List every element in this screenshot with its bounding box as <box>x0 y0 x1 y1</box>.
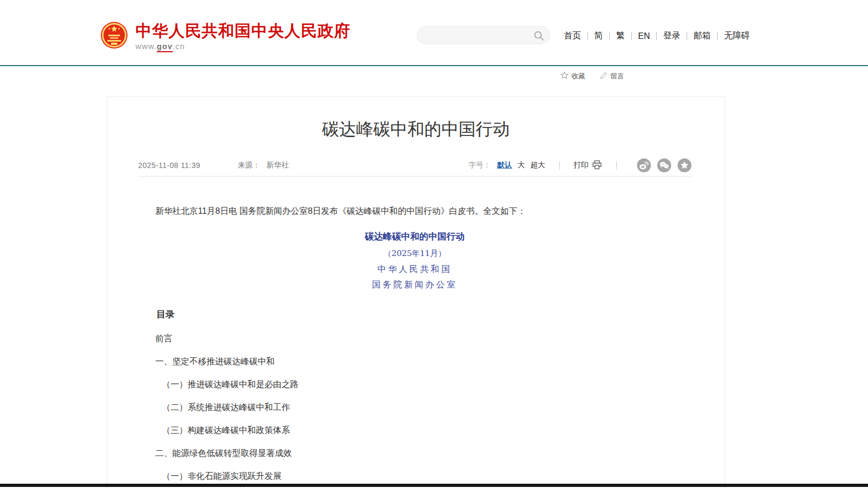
font-size-label: 字号： <box>468 161 491 170</box>
print-label: 打印 <box>574 161 588 170</box>
star-share-icon[interactable] <box>678 158 691 172</box>
message-button[interactable]: 留言 <box>600 71 624 81</box>
message-label: 留言 <box>610 71 624 81</box>
nav-accessibility[interactable]: 无障碍 <box>718 30 756 42</box>
site-logo[interactable]: 中华人民共和国中央人民政府 www.gov.cn <box>100 20 351 51</box>
font-size-large[interactable]: 大 <box>517 161 525 170</box>
nav-traditional[interactable]: 繁 <box>610 30 631 42</box>
article-card: 碳达峰碳中和的中国行动 2025-11-08 11:39 来源： 新华社 字号：… <box>107 96 725 488</box>
toc-item: （三）构建碳达峰碳中和政策体系 <box>138 425 691 436</box>
site-url: www.gov.cn <box>136 42 351 51</box>
nav-english[interactable]: EN <box>632 31 656 41</box>
pencil-icon <box>600 71 608 81</box>
favorite-label: 收藏 <box>571 71 585 81</box>
search-icon[interactable] <box>533 30 544 43</box>
toc-item: 二、能源绿色低碳转型取得显著成效 <box>138 448 691 459</box>
article-intro: 新华社北京11月8日电 国务院新闻办公室8日发布《碳达峰碳中和的中国行动》白皮书… <box>138 204 691 218</box>
toc-item: （一）非化石能源实现跃升发展 <box>138 471 691 482</box>
site-header: 中华人民共和国中央人民政府 www.gov.cn 首页 简 繁 EN 登录 邮箱… <box>0 0 868 66</box>
font-size-default[interactable]: 默认 <box>497 161 512 170</box>
article-title: 碳达峰碳中和的中国行动 <box>107 97 724 140</box>
nav-mail[interactable]: 邮箱 <box>687 30 717 42</box>
meta-divider <box>138 176 691 177</box>
wechat-icon[interactable] <box>657 158 671 172</box>
nav-login[interactable]: 登录 <box>657 30 687 42</box>
top-nav: 首页 简 繁 EN 登录 邮箱 无障碍 <box>558 30 756 42</box>
print-button[interactable]: 打印 <box>574 159 602 172</box>
toc-item: 前言 <box>138 333 691 344</box>
search-box <box>417 26 550 44</box>
doc-date-line: （2025年11月） <box>138 247 691 259</box>
article-body: 新华社北京11月8日电 国务院新闻办公室8日发布《碳达峰碳中和的中国行动》白皮书… <box>138 204 691 482</box>
site-url-cn: .cn <box>173 42 185 51</box>
article-meta-right: 字号： 默认 大 超大 打印 <box>468 158 691 172</box>
favorite-button[interactable]: 收藏 <box>560 71 585 81</box>
printer-icon <box>592 159 602 172</box>
article-date: 2025-11-08 11:39 <box>138 161 200 170</box>
nav-simplified[interactable]: 简 <box>588 30 609 42</box>
toc-item: 一、坚定不移推进碳达峰碳中和 <box>138 356 691 367</box>
article-meta-row: 2025-11-08 11:39 来源： 新华社 字号： 默认 大 超大 打印 <box>138 158 691 172</box>
meta-separator <box>616 161 617 170</box>
search-input[interactable] <box>426 28 530 42</box>
share-icons <box>631 158 691 172</box>
star-outline-icon <box>560 71 569 81</box>
source-label: 来源： <box>237 161 260 170</box>
meta-separator <box>559 161 560 170</box>
site-title: 中华人民共和国中央人民政府 <box>136 22 351 39</box>
header-divider <box>0 65 868 66</box>
toc-item: （一）推进碳达峰碳中和是必由之路 <box>138 379 691 390</box>
national-emblem-icon <box>100 20 128 50</box>
toc-list: 前言 一、坚定不移推进碳达峰碳中和 （一）推进碳达峰碳中和是必由之路 （二）系统… <box>138 333 691 482</box>
doc-issuer-line-2: 国务院新闻办公室 <box>138 279 691 290</box>
toc-item: （二）系统推进碳达峰碳中和工作 <box>138 402 691 413</box>
source-value: 新华社 <box>266 161 289 170</box>
bottom-edge-bar <box>0 484 868 487</box>
doc-issuer-line-1: 中华人民共和国 <box>138 263 691 275</box>
site-url-gov: gov <box>157 42 173 52</box>
weibo-icon[interactable] <box>637 158 651 172</box>
site-url-www: www. <box>136 42 157 51</box>
doc-title: 碳达峰碳中和的中国行动 <box>138 231 691 243</box>
font-size-xlarge[interactable]: 超大 <box>530 161 545 170</box>
page-action-row: 收藏 留言 <box>560 71 624 81</box>
nav-home[interactable]: 首页 <box>558 30 587 42</box>
toc-heading: 目录 <box>138 308 691 321</box>
article-meta-left: 2025-11-08 11:39 来源： 新华社 <box>138 161 289 170</box>
